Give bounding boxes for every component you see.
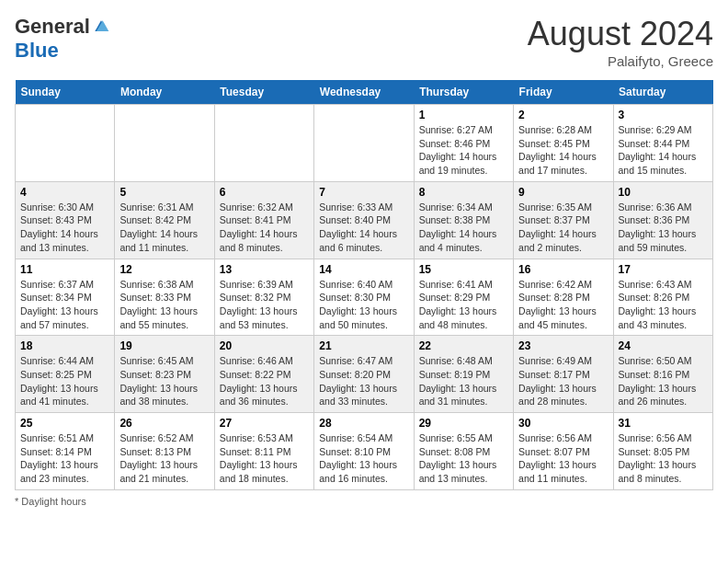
calendar-week-3: 11Sunrise: 6:37 AMSunset: 8:34 PMDayligh…	[16, 259, 713, 336]
day-number: 6	[220, 186, 309, 199]
calendar-cell: 12Sunrise: 6:38 AMSunset: 8:33 PMDayligh…	[115, 259, 214, 336]
day-info: Sunrise: 6:29 AMSunset: 8:44 PMDaylight:…	[619, 123, 708, 178]
day-info: Sunrise: 6:32 AMSunset: 8:41 PMDaylight:…	[220, 201, 309, 255]
title-block: August 2024 Palaifyto, Greece	[528, 15, 713, 69]
day-info: Sunrise: 6:49 AMSunset: 8:17 PMDaylight:…	[518, 354, 608, 408]
calendar-cell: 26Sunrise: 6:52 AMSunset: 8:13 PMDayligh…	[115, 413, 214, 490]
day-number: 13	[220, 263, 309, 276]
day-info: Sunrise: 6:56 AMSunset: 8:07 PMDaylight:…	[518, 431, 608, 486]
calendar-cell: 11Sunrise: 6:37 AMSunset: 8:34 PMDayligh…	[16, 259, 115, 336]
calendar-dow-sunday: Sunday	[16, 80, 115, 105]
day-number: 17	[619, 263, 708, 276]
day-number: 4	[20, 186, 109, 199]
calendar-cell: 13Sunrise: 6:39 AMSunset: 8:32 PMDayligh…	[214, 259, 313, 336]
day-info: Sunrise: 6:33 AMSunset: 8:40 PMDaylight:…	[319, 201, 408, 255]
day-info: Sunrise: 6:56 AMSunset: 8:05 PMDaylight:…	[619, 431, 708, 486]
day-number: 15	[419, 263, 508, 276]
day-number: 2	[518, 109, 608, 121]
day-number: 9	[518, 186, 608, 199]
calendar-cell: 14Sunrise: 6:40 AMSunset: 8:30 PMDayligh…	[314, 259, 414, 336]
calendar-table: SundayMondayTuesdayWednesdayThursdayFrid…	[15, 80, 713, 490]
day-info: Sunrise: 6:27 AMSunset: 8:46 PMDaylight:…	[419, 123, 508, 178]
day-number: 18	[20, 339, 109, 352]
day-info: Sunrise: 6:34 AMSunset: 8:38 PMDaylight:…	[419, 201, 508, 255]
day-number: 26	[119, 417, 209, 430]
calendar-cell: 6Sunrise: 6:32 AMSunset: 8:41 PMDaylight…	[214, 181, 313, 259]
day-info: Sunrise: 6:37 AMSunset: 8:34 PMDaylight:…	[20, 278, 109, 332]
calendar-cell: 1Sunrise: 6:27 AMSunset: 8:46 PMDaylight…	[414, 105, 513, 182]
day-info: Sunrise: 6:45 AMSunset: 8:23 PMDaylight:…	[119, 354, 209, 408]
calendar-dow-friday: Friday	[514, 80, 613, 105]
day-number: 28	[319, 417, 408, 430]
logo-general-text: General	[15, 15, 90, 39]
day-number: 12	[119, 263, 209, 276]
calendar-cell: 7Sunrise: 6:33 AMSunset: 8:40 PMDaylight…	[314, 181, 414, 259]
calendar-cell: 24Sunrise: 6:50 AMSunset: 8:16 PMDayligh…	[613, 336, 712, 413]
day-info: Sunrise: 6:36 AMSunset: 8:36 PMDaylight:…	[619, 201, 708, 255]
footer-note: * Daylight hours	[15, 496, 713, 507]
header: General Blue August 2024 Palaifyto, Gree…	[15, 15, 713, 69]
calendar-cell: 29Sunrise: 6:55 AMSunset: 8:08 PMDayligh…	[414, 413, 513, 490]
day-info: Sunrise: 6:55 AMSunset: 8:08 PMDaylight:…	[419, 431, 508, 486]
day-info: Sunrise: 6:48 AMSunset: 8:19 PMDaylight:…	[419, 354, 508, 408]
calendar-cell: 30Sunrise: 6:56 AMSunset: 8:07 PMDayligh…	[514, 413, 613, 490]
calendar-cell	[314, 105, 414, 182]
day-number: 10	[619, 186, 708, 199]
day-number: 20	[220, 339, 309, 352]
calendar-cell: 19Sunrise: 6:45 AMSunset: 8:23 PMDayligh…	[115, 336, 214, 413]
calendar-cell: 20Sunrise: 6:46 AMSunset: 8:22 PMDayligh…	[214, 336, 313, 413]
day-number: 29	[419, 417, 508, 430]
day-info: Sunrise: 6:43 AMSunset: 8:26 PMDaylight:…	[619, 278, 708, 332]
calendar-cell: 21Sunrise: 6:47 AMSunset: 8:20 PMDayligh…	[314, 336, 414, 413]
calendar-body: 1Sunrise: 6:27 AMSunset: 8:46 PMDaylight…	[16, 105, 713, 490]
location: Palaifyto, Greece	[528, 53, 713, 69]
day-number: 3	[619, 109, 708, 121]
day-number: 1	[419, 109, 508, 121]
calendar-cell: 22Sunrise: 6:48 AMSunset: 8:19 PMDayligh…	[414, 336, 513, 413]
calendar-cell: 8Sunrise: 6:34 AMSunset: 8:38 PMDaylight…	[414, 181, 513, 259]
calendar-cell: 15Sunrise: 6:41 AMSunset: 8:29 PMDayligh…	[414, 259, 513, 336]
day-info: Sunrise: 6:53 AMSunset: 8:11 PMDaylight:…	[220, 431, 309, 486]
day-number: 22	[419, 339, 508, 352]
day-number: 27	[220, 417, 309, 430]
day-info: Sunrise: 6:51 AMSunset: 8:14 PMDaylight:…	[20, 431, 109, 486]
calendar-cell	[115, 105, 214, 182]
calendar-cell: 9Sunrise: 6:35 AMSunset: 8:37 PMDaylight…	[514, 181, 613, 259]
calendar-cell: 27Sunrise: 6:53 AMSunset: 8:11 PMDayligh…	[214, 413, 313, 490]
calendar-week-2: 4Sunrise: 6:30 AMSunset: 8:43 PMDaylight…	[16, 181, 713, 259]
calendar-cell	[214, 105, 313, 182]
day-info: Sunrise: 6:41 AMSunset: 8:29 PMDaylight:…	[419, 278, 508, 332]
daylight-hours-label: Daylight hours	[21, 496, 85, 507]
day-number: 14	[319, 263, 408, 276]
day-info: Sunrise: 6:30 AMSunset: 8:43 PMDaylight:…	[20, 201, 109, 255]
logo-blue-text: Blue	[15, 39, 59, 63]
day-info: Sunrise: 6:35 AMSunset: 8:37 PMDaylight:…	[518, 201, 608, 255]
calendar-dow-saturday: Saturday	[613, 80, 712, 105]
calendar-cell: 16Sunrise: 6:42 AMSunset: 8:28 PMDayligh…	[514, 259, 613, 336]
day-info: Sunrise: 6:46 AMSunset: 8:22 PMDaylight:…	[220, 354, 309, 408]
logo-icon	[92, 17, 110, 36]
day-number: 7	[319, 186, 408, 199]
day-number: 8	[419, 186, 508, 199]
day-info: Sunrise: 6:40 AMSunset: 8:30 PMDaylight:…	[319, 278, 408, 332]
day-info: Sunrise: 6:38 AMSunset: 8:33 PMDaylight:…	[119, 278, 209, 332]
calendar-week-5: 25Sunrise: 6:51 AMSunset: 8:14 PMDayligh…	[16, 413, 713, 490]
month-year: August 2024	[528, 15, 713, 53]
day-info: Sunrise: 6:50 AMSunset: 8:16 PMDaylight:…	[619, 354, 708, 408]
calendar-cell: 23Sunrise: 6:49 AMSunset: 8:17 PMDayligh…	[514, 336, 613, 413]
calendar-cell: 2Sunrise: 6:28 AMSunset: 8:45 PMDaylight…	[514, 105, 613, 182]
calendar-dow-thursday: Thursday	[414, 80, 513, 105]
calendar-cell: 3Sunrise: 6:29 AMSunset: 8:44 PMDaylight…	[613, 105, 712, 182]
calendar-cell: 10Sunrise: 6:36 AMSunset: 8:36 PMDayligh…	[613, 181, 712, 259]
calendar-cell: 28Sunrise: 6:54 AMSunset: 8:10 PMDayligh…	[314, 413, 414, 490]
day-info: Sunrise: 6:42 AMSunset: 8:28 PMDaylight:…	[518, 278, 608, 332]
day-number: 19	[119, 339, 209, 352]
day-number: 11	[20, 263, 109, 276]
day-info: Sunrise: 6:52 AMSunset: 8:13 PMDaylight:…	[119, 431, 209, 486]
day-number: 16	[518, 263, 608, 276]
day-number: 24	[619, 339, 708, 352]
day-number: 5	[119, 186, 209, 199]
day-number: 25	[20, 417, 109, 430]
calendar-dow-monday: Monday	[115, 80, 214, 105]
day-info: Sunrise: 6:47 AMSunset: 8:20 PMDaylight:…	[319, 354, 408, 408]
